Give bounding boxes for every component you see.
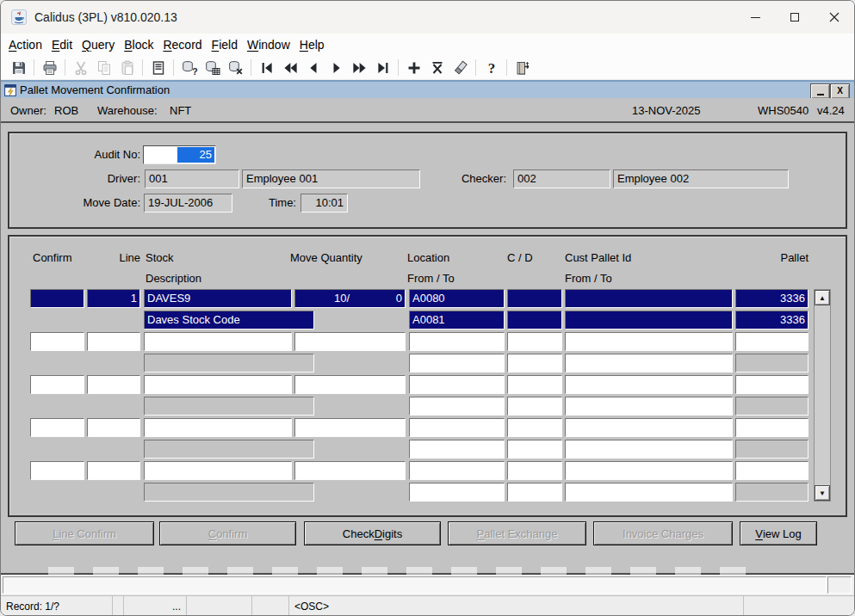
location-from-field[interactable] [409,375,505,394]
location-to-field[interactable]: A0081 [409,311,505,330]
move-quantity-field[interactable] [294,375,406,394]
menu-help[interactable]: Help [300,38,325,52]
pallet-to-field[interactable] [735,483,809,502]
next-record-button[interactable] [325,58,348,78]
save-button[interactable] [7,58,30,78]
list-values-button[interactable] [146,58,170,78]
menu-action[interactable]: Action [9,38,42,52]
line-field[interactable]: 1 [87,289,140,308]
pallet-exchange-button[interactable]: Pallet Exchange [448,521,586,545]
pallet-to-field[interactable]: 3336 [735,311,809,330]
cust-pallet-from-field[interactable] [565,461,733,480]
menu-window[interactable]: Window [247,38,290,52]
scroll-up-button[interactable]: ▲ [815,290,830,305]
cust-pallet-to-field[interactable] [565,440,733,459]
pallet-from-field[interactable] [735,375,809,394]
last-record-button[interactable] [371,58,394,78]
execute-query-button[interactable] [201,58,224,78]
scroll-down-button[interactable]: ▼ [815,485,830,501]
menu-edit[interactable]: Edit [52,38,72,52]
line-field[interactable] [87,461,140,480]
move-quantity-field[interactable] [294,461,406,480]
description-field[interactable] [144,483,314,502]
maximize-button[interactable] [775,1,815,34]
cd-to-field[interactable] [507,440,562,459]
print-button[interactable] [38,58,61,78]
check-digits-button[interactable]: Check Digits [304,521,441,545]
description-field[interactable] [144,354,314,373]
cust-pallet-from-field[interactable] [565,289,733,308]
delete-record-button[interactable] [425,58,449,78]
cust-pallet-to-field[interactable] [565,311,733,330]
location-to-field[interactable] [409,397,505,416]
cd-to-field[interactable] [507,311,562,330]
previous-record-button[interactable] [301,58,325,78]
menu-query[interactable]: Query [82,38,115,52]
line-field[interactable] [87,375,140,394]
previous-block-button[interactable] [278,58,301,78]
description-field[interactable] [144,440,314,459]
location-to-field[interactable] [409,483,505,502]
pallet-to-field[interactable] [735,440,809,459]
cust-pallet-to-field[interactable] [565,397,733,416]
copy-button[interactable] [92,58,115,78]
stock-field[interactable] [144,418,292,437]
move-quantity-field[interactable] [294,418,406,437]
exit-button[interactable] [511,58,534,78]
pallet-from-field[interactable] [735,332,809,351]
grid-scrollbar[interactable]: ▲ ▼ [814,289,831,502]
location-from-field[interactable]: A0080 [409,289,505,308]
confirm-field[interactable] [30,461,84,480]
stock-field[interactable]: DAVES9 [144,289,292,308]
move-quantity-field[interactable] [294,332,406,351]
enter-query-button[interactable]: ? [177,58,201,78]
clear-record-button[interactable] [449,58,472,78]
cancel-query-button[interactable] [224,58,247,78]
move-date-field[interactable]: 19-JUL-2006 [144,194,232,213]
driver-code-field[interactable]: 001 [145,169,239,188]
cust-pallet-to-field[interactable] [565,483,733,502]
line-field[interactable] [87,332,140,351]
audit-no-field[interactable]: 25 [143,145,216,164]
insert-record-button[interactable] [402,58,425,78]
mdi-minimize-button[interactable] [810,83,830,99]
driver-name-field[interactable]: Employee 001 [242,169,420,188]
location-from-field[interactable] [409,332,505,351]
location-to-field[interactable] [409,354,505,373]
cd-to-field[interactable] [507,354,562,373]
line-field[interactable] [87,418,140,437]
line-confirm-button[interactable]: Line Confirm [15,521,154,545]
cust-pallet-to-field[interactable] [565,354,733,373]
pallet-from-field[interactable] [735,418,809,437]
cd-from-field[interactable] [507,375,562,394]
cust-pallet-from-field[interactable] [565,418,733,437]
stock-field[interactable] [144,332,292,351]
cd-from-field[interactable] [507,332,562,351]
pallet-from-field[interactable]: 3336 [735,289,809,308]
pallet-to-field[interactable] [735,354,809,373]
move-quantity-field[interactable]: 10/0 [294,289,406,308]
stock-field[interactable] [144,375,292,394]
view-log-button[interactable]: View Log [740,521,817,545]
first-record-button[interactable] [255,58,278,78]
cust-pallet-from-field[interactable] [565,375,733,394]
confirm-field[interactable] [30,375,84,394]
confirm-field[interactable] [30,418,84,437]
checker-name-field[interactable]: Employee 002 [613,169,789,188]
menu-block[interactable]: Block [124,38,153,52]
cut-button[interactable] [69,58,92,78]
description-field[interactable] [144,397,314,416]
invoice-charges-button[interactable]: Invoice Charges [593,521,733,545]
paste-button[interactable] [115,58,139,78]
cd-to-field[interactable] [507,397,562,416]
confirm-field[interactable] [30,332,84,351]
confirm-button[interactable]: Confirm [159,521,296,545]
mdi-close-button[interactable]: X [830,83,850,99]
stock-field[interactable] [144,461,292,480]
pallet-to-field[interactable] [735,397,809,416]
checker-code-field[interactable]: 002 [513,169,610,188]
close-button[interactable] [815,1,854,34]
confirm-field[interactable] [30,289,84,308]
pallet-from-field[interactable] [735,461,809,480]
cd-from-field[interactable] [507,461,562,480]
